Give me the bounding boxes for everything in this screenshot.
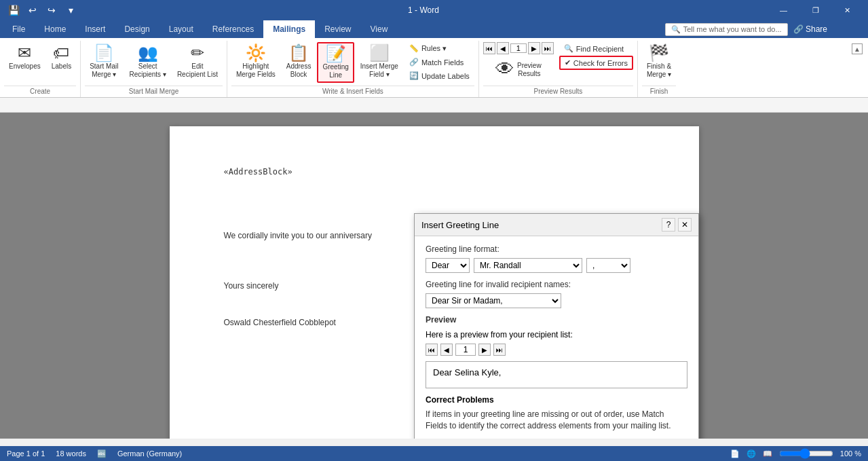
tell-me-bar[interactable]: 🔍 Tell me what you want to do... [665, 23, 788, 36]
greeting-format-row: Dear To (none) Mr. Randall Joshua Mr. Jo… [426, 258, 687, 273]
insert-merge-label: Insert MergeField ▾ [360, 62, 398, 79]
dialog-body: Greeting line format: Dear To (none) Mr.… [415, 236, 698, 439]
highlight-merge-fields-button[interactable]: 🔆 HighlightMerge Fields [231, 42, 280, 81]
next-record-button[interactable]: ▶ [528, 42, 540, 54]
preview-text-box: Dear Selina Kyle, [426, 361, 687, 388]
record-number-input[interactable] [510, 43, 527, 53]
preview-icon: 👁 [495, 60, 514, 79]
proofing-icon[interactable]: 🔤 [97, 449, 107, 458]
ruler [0, 98, 868, 113]
tab-view[interactable]: View [361, 20, 398, 38]
zoom-level: 100 % [840, 449, 861, 458]
punctuation-select[interactable]: , : (none) [586, 258, 630, 273]
tab-review[interactable]: Review [315, 20, 360, 38]
labels-button[interactable]: 🏷 Labels [47, 42, 76, 73]
update-labels-icon: 🔄 [409, 71, 419, 80]
finish-content: 🏁 Finish &Merge ▾ [642, 41, 676, 84]
tab-mailings[interactable]: Mailings [263, 20, 315, 38]
salutation-select[interactable]: Dear To (none) [426, 258, 470, 273]
correct-problems-text: If items in your greeting line are missi… [426, 409, 687, 432]
restore-button[interactable]: ❐ [800, 0, 831, 20]
tab-home[interactable]: Home [35, 20, 75, 38]
rules-label: Rules ▾ [421, 44, 447, 53]
prev-record-button[interactable]: ◀ [497, 42, 509, 54]
greeting-line-label: GreetingLine [322, 63, 348, 79]
labels-icon: 🏷 [53, 45, 69, 61]
title-bar: 💾 ↩ ↪ ▾ 1 - Word — ❐ ✕ [0, 0, 868, 20]
finish-icon: 🏁 [649, 45, 669, 61]
tab-file[interactable]: File [3, 20, 35, 38]
find-recipient-button[interactable]: 🔍 Find Recipient [559, 42, 633, 55]
edit-recipient-list-button[interactable]: ✏ EditRecipient List [172, 42, 223, 81]
window-title: 1 - Word [79, 5, 768, 15]
preview-small-group: 🔍 Find Recipient ✔ Check for Errors [559, 42, 633, 70]
tab-design[interactable]: Design [115, 20, 159, 38]
undo-icon[interactable]: ↩ [24, 2, 41, 18]
find-recipient-icon: 🔍 [564, 44, 573, 53]
ribbon-group-preview: ⏮ ◀ ▶ ⏭ 👁 PreviewResults 🔍 Find Recipie [479, 41, 638, 97]
highlight-label: HighlightMerge Fields [236, 62, 276, 79]
preview-prev-btn[interactable]: ◀ [440, 344, 453, 356]
tab-references[interactable]: References [203, 20, 263, 38]
envelope-icon: ✉ [18, 45, 31, 61]
insert-merge-icon: ⬜ [369, 45, 390, 61]
status-bar: Page 1 of 1 18 words 🔤 German (Germany) … [0, 446, 868, 461]
match-fields-button[interactable]: 🔗 Match Fields [404, 56, 474, 69]
start-mail-merge-button[interactable]: 📄 Start MailMerge ▾ [85, 42, 123, 81]
close-button[interactable]: ✕ [832, 0, 863, 20]
select-recipients-button[interactable]: 👥 SelectRecipients ▾ [124, 42, 170, 81]
preview-next-btn[interactable]: ▶ [478, 344, 491, 356]
name-format-select[interactable]: Mr. Randall Joshua Mr. Josh Randall Jr. … [474, 258, 582, 273]
rules-icon: 📏 [409, 44, 419, 53]
preview-first-btn[interactable]: ⏮ [426, 344, 438, 356]
view-mode-web[interactable]: 🌐 [747, 449, 756, 458]
match-fields-label: Match Fields [421, 58, 464, 67]
check-errors-button[interactable]: ✔ Check for Errors [559, 56, 633, 70]
rules-button[interactable]: 📏 Rules ▾ [404, 42, 474, 55]
dialog-help-button[interactable]: ? [662, 218, 675, 232]
highlight-icon: 🔆 [246, 45, 266, 61]
address-block: «AddressBlock» [224, 167, 645, 177]
qat-customize-icon[interactable]: ▾ [62, 2, 79, 18]
share-button[interactable]: 🔗 Share [793, 24, 827, 34]
tab-insert[interactable]: Insert [75, 20, 115, 38]
preview-section-label: Preview [426, 315, 687, 325]
window-controls: — ❐ ✕ [768, 0, 863, 20]
small-btn-group: 📏 Rules ▾ 🔗 Match Fields 🔄 Update Labels [404, 42, 474, 82]
save-icon[interactable]: 💾 [5, 2, 22, 18]
dialog-close-button[interactable]: ✕ [678, 218, 692, 232]
finish-group-label: Finish [642, 86, 676, 97]
preview-results-button[interactable]: 👁 PreviewResults [491, 57, 546, 83]
start-mail-merge-icon: 📄 [94, 45, 114, 61]
redo-icon[interactable]: ↪ [43, 2, 60, 18]
create-group-content: ✉ Envelopes 🏷 Labels [4, 41, 76, 84]
invalid-recipient-row: Dear Sir or Madam, To Whom It May Concer… [426, 293, 687, 308]
view-mode-print[interactable]: 📄 [730, 449, 740, 458]
preview-num-input[interactable] [455, 344, 476, 356]
tell-me-text: Tell me what you want to do... [683, 25, 782, 33]
create-group-label: Create [4, 86, 76, 97]
ribbon-collapse-button[interactable]: ▲ [852, 43, 863, 54]
language[interactable]: German (Germany) [117, 449, 182, 458]
insert-merge-field-button[interactable]: ⬜ Insert MergeField ▾ [356, 42, 403, 81]
zoom-slider[interactable] [779, 448, 833, 459]
minimize-button[interactable]: — [768, 0, 799, 20]
correct-problems-label: Correct Problems [426, 395, 687, 405]
edit-recipient-label: EditRecipient List [177, 62, 218, 79]
ribbon-group-writeinsert: 🔆 HighlightMerge Fields 📋 AddressBlock 📝… [227, 41, 479, 97]
greeting-line-button[interactable]: 📝 GreetingLine [317, 42, 354, 83]
address-block-button[interactable]: 📋 AddressBlock [282, 42, 316, 81]
envelopes-button[interactable]: ✉ Envelopes [4, 42, 45, 73]
first-record-button[interactable]: ⏮ [483, 42, 495, 54]
ribbon-group-finish: 🏁 Finish &Merge ▾ Finish [638, 41, 680, 97]
update-labels-button[interactable]: 🔄 Update Labels [404, 69, 474, 82]
check-errors-label: Check for Errors [573, 59, 628, 67]
search-icon: 🔍 [671, 25, 681, 34]
last-record-button[interactable]: ⏭ [542, 42, 554, 54]
invalid-recipient-select[interactable]: Dear Sir or Madam, To Whom It May Concer… [426, 293, 561, 308]
address-block-icon: 📋 [288, 45, 309, 61]
finish-merge-button[interactable]: 🏁 Finish &Merge ▾ [642, 42, 676, 81]
view-mode-read[interactable]: 📖 [763, 449, 772, 458]
preview-last-btn[interactable]: ⏭ [493, 344, 506, 356]
tab-layout[interactable]: Layout [159, 20, 203, 38]
